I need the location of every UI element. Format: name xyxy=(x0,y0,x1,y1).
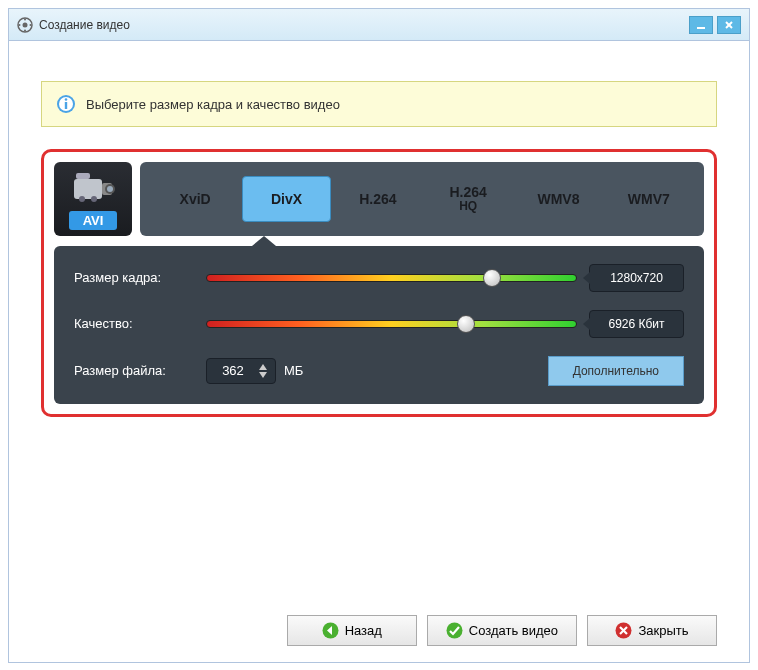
file-size-label: Размер файла: xyxy=(74,363,194,378)
minimize-button[interactable] xyxy=(689,16,713,34)
svg-rect-13 xyxy=(74,179,102,199)
svg-marker-20 xyxy=(259,364,267,370)
svg-point-24 xyxy=(446,623,462,639)
info-bar: Выберите размер кадра и качество видео xyxy=(41,81,717,127)
svg-point-4 xyxy=(19,24,21,26)
svg-point-18 xyxy=(79,196,85,202)
frame-size-value: 1280x720 xyxy=(589,264,684,292)
back-button[interactable]: Назад xyxy=(287,615,417,646)
svg-point-19 xyxy=(91,196,97,202)
svg-point-2 xyxy=(24,18,26,20)
create-label: Создать видео xyxy=(469,623,558,638)
svg-point-16 xyxy=(107,186,113,192)
codec-tab-divx[interactable]: DivX xyxy=(242,176,330,222)
close-footer-button[interactable]: Закрыть xyxy=(587,615,717,646)
back-icon xyxy=(322,622,339,639)
codec-tab-wmv8[interactable]: WMV8 xyxy=(515,177,601,221)
format-badge: AVI xyxy=(54,162,132,236)
svg-marker-21 xyxy=(259,372,267,378)
check-icon xyxy=(446,622,463,639)
codec-tab-h264hq[interactable]: H.264HQ xyxy=(425,170,511,228)
app-icon xyxy=(17,17,33,33)
frame-size-label: Размер кадра: xyxy=(74,270,194,285)
file-size-input-group: 362 МБ xyxy=(206,358,303,384)
frame-size-thumb[interactable] xyxy=(483,269,501,287)
advanced-button[interactable]: Дополнительно xyxy=(548,356,684,386)
tab-arrow-icon xyxy=(252,236,276,246)
window-controls xyxy=(689,16,741,34)
codec-tab-h264[interactable]: H.264 xyxy=(335,177,421,221)
quality-value: 6926 Кбит xyxy=(589,310,684,338)
params-panel: Размер кадра: 1280x720 Качество: 6926 Кб… xyxy=(54,246,704,404)
content-area: Выберите размер кадра и качество видео A… xyxy=(9,41,749,417)
svg-rect-12 xyxy=(65,102,67,109)
back-label: Назад xyxy=(345,623,382,638)
frame-size-slider[interactable] xyxy=(206,269,577,287)
titlebar: Создание видео xyxy=(9,9,749,41)
file-size-unit: МБ xyxy=(284,363,303,378)
quality-slider[interactable] xyxy=(206,315,577,333)
codec-tabs: XviD DivX H.264 H.264HQ WMV8 WMV7 xyxy=(140,162,704,236)
footer: Назад Создать видео Закрыть xyxy=(287,615,717,646)
frame-size-row: Размер кадра: 1280x720 xyxy=(74,264,684,292)
format-label: AVI xyxy=(69,211,118,230)
create-button[interactable]: Создать видео xyxy=(427,615,577,646)
quality-label: Качество: xyxy=(74,316,194,331)
window: Создание видео Выберите размер кадра и к… xyxy=(8,8,750,663)
file-size-row: Размер файла: 362 МБ Дополнительно xyxy=(74,356,684,386)
close-button[interactable] xyxy=(717,16,741,34)
svg-point-1 xyxy=(23,22,28,27)
svg-point-11 xyxy=(65,98,68,101)
svg-rect-17 xyxy=(76,173,90,179)
quality-row: Качество: 6926 Кбит xyxy=(74,310,684,338)
file-size-value: 362 xyxy=(213,363,253,378)
file-size-spinner[interactable]: 362 xyxy=(206,358,276,384)
info-icon xyxy=(56,94,76,114)
svg-point-5 xyxy=(30,24,32,26)
close-label: Закрыть xyxy=(638,623,688,638)
info-text: Выберите размер кадра и качество видео xyxy=(86,97,340,112)
settings-panel: AVI XviD DivX H.264 H.264HQ WMV8 WMV7 Ра… xyxy=(41,149,717,417)
window-title: Создание видео xyxy=(39,18,689,32)
spinner-up-button[interactable] xyxy=(257,363,269,371)
camera-icon xyxy=(68,169,118,207)
codec-tab-wmv7[interactable]: WMV7 xyxy=(606,177,692,221)
codec-row: AVI XviD DivX H.264 H.264HQ WMV8 WMV7 xyxy=(54,162,704,236)
spinner-down-button[interactable] xyxy=(257,371,269,379)
close-icon xyxy=(615,622,632,639)
codec-tab-xvid[interactable]: XviD xyxy=(152,177,238,221)
svg-point-3 xyxy=(24,29,26,31)
quality-thumb[interactable] xyxy=(457,315,475,333)
